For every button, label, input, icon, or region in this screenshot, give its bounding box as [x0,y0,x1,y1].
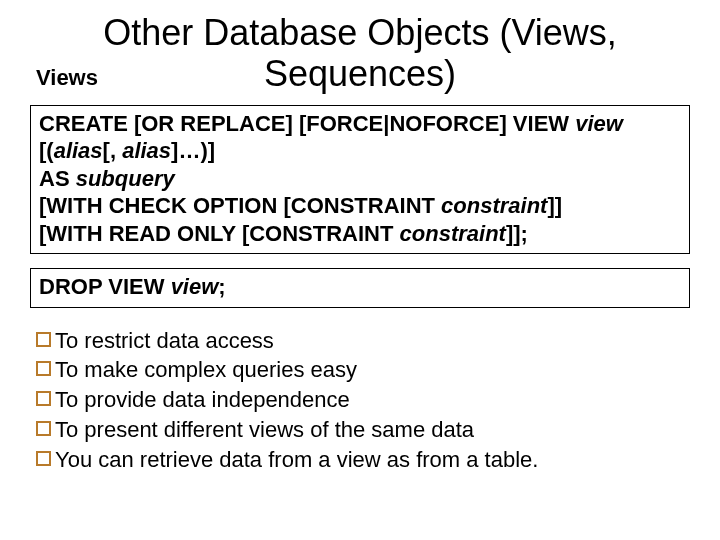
square-bullet-icon [36,332,51,347]
syntax-text: [WITH CHECK OPTION [CONSTRAINT [39,193,441,218]
list-item: To present different views of the same d… [36,415,690,445]
title-line-2: Sequences) [264,53,456,94]
drop-view-syntax-box: DROP VIEW view; [30,268,690,308]
syntax-line-4: [WITH CHECK OPTION [CONSTRAINT constrain… [39,192,681,220]
syntax-placeholder: alias [122,138,171,163]
bullet-text: You can retrieve data from a view as fro… [55,445,538,475]
square-bullet-icon [36,451,51,466]
square-bullet-icon [36,421,51,436]
syntax-placeholder: subquery [76,166,175,191]
syntax-text: CREATE [OR REPLACE] [FORCE|NOFORCE] VIEW [39,111,575,136]
square-bullet-icon [36,361,51,376]
list-item: You can retrieve data from a view as fro… [36,445,690,475]
syntax-placeholder: view [171,274,219,299]
syntax-line-1: CREATE [OR REPLACE] [FORCE|NOFORCE] VIEW… [39,110,681,138]
list-item: To make complex queries easy [36,355,690,385]
bullet-text: To provide data independence [55,385,350,415]
list-item: To restrict data access [36,326,690,356]
syntax-text: [, [103,138,123,163]
syntax-text: AS [39,166,76,191]
create-view-syntax-box: CREATE [OR REPLACE] [FORCE|NOFORCE] VIEW… [30,105,690,255]
bullet-text: To present different views of the same d… [55,415,474,445]
syntax-text: [( [39,138,54,163]
syntax-line-2: [(alias[, alias]…)] [39,137,681,165]
syntax-placeholder: constraint [400,221,506,246]
title-line-1: Other Database Objects (Views, [103,12,617,53]
syntax-placeholder: view [575,111,623,136]
bullet-list: To restrict data access To make complex … [30,326,690,474]
bullet-text: To make complex queries easy [55,355,357,385]
syntax-text: ]]; [506,221,528,246]
syntax-placeholder: alias [54,138,103,163]
syntax-text: ]] [547,193,562,218]
list-item: To provide data independence [36,385,690,415]
syntax-text: [WITH READ ONLY [CONSTRAINT [39,221,400,246]
slide: Other Database Objects (Views, Sequences… [0,0,720,540]
title-block: Other Database Objects (Views, Sequences… [30,12,690,91]
syntax-placeholder: constraint [441,193,547,218]
syntax-text: DROP VIEW [39,274,171,299]
syntax-line-5: [WITH READ ONLY [CONSTRAINT constraint]]… [39,220,681,248]
syntax-line-3: AS subquery [39,165,681,193]
bullet-text: To restrict data access [55,326,274,356]
syntax-text: ; [218,274,225,299]
square-bullet-icon [36,391,51,406]
syntax-text: ]…)] [171,138,215,163]
